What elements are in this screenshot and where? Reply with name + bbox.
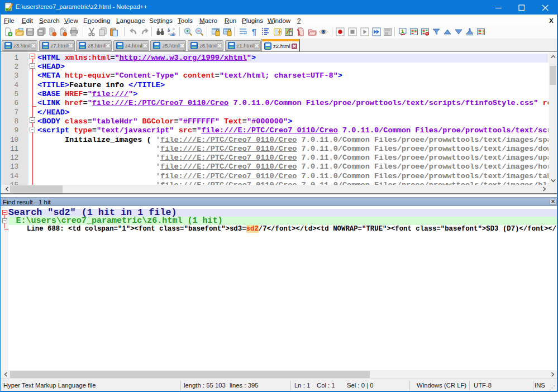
svg-text:ab: ab — [170, 31, 176, 36]
svg-text:1: 1 — [401, 28, 404, 34]
